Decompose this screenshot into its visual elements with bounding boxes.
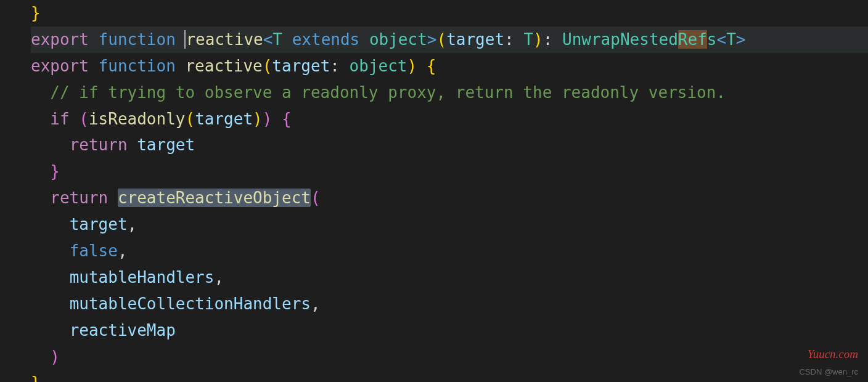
paren-close: ) <box>253 110 263 128</box>
watermark-author: CSDN @wen_rc <box>799 365 858 378</box>
type-object: object <box>350 57 407 75</box>
code-editor[interactable]: } export function reactive<T extends obj… <box>0 0 868 382</box>
code-line[interactable]: export function reactive(target: object)… <box>31 53 868 79</box>
var-target: target <box>195 110 253 128</box>
code-line[interactable]: } <box>31 0 868 26</box>
paren-close: ) <box>407 57 417 75</box>
comment: // if trying to observe a readonly proxy… <box>50 83 726 102</box>
arg-false: false <box>70 242 118 260</box>
paren-close: ) <box>263 110 272 128</box>
code-line[interactable]: ) <box>31 344 868 370</box>
comma: , <box>128 215 137 234</box>
var-target: target <box>137 136 195 154</box>
brace-open: { <box>427 57 436 75</box>
code-line[interactable]: mutableHandlers, <box>31 264 868 291</box>
arg-mutableCollectionHandlers: mutableCollectionHandlers <box>70 295 311 313</box>
keyword-export: export <box>31 57 89 75</box>
code-line[interactable]: return target <box>31 132 868 158</box>
paren-close: ) <box>50 347 60 366</box>
code-line[interactable]: return createReactiveObject( <box>31 185 868 211</box>
code-line[interactable]: reactiveMap <box>31 317 868 344</box>
comma: , <box>214 268 224 286</box>
keyword-function: function <box>99 57 176 75</box>
keyword-extends: extends <box>292 30 360 49</box>
keyword-function: function <box>99 30 176 49</box>
angle-open: < <box>263 30 273 49</box>
param-target: target <box>446 30 504 49</box>
paren-open: ( <box>185 110 195 128</box>
brace-close: } <box>50 162 60 181</box>
paren-open: ( <box>311 189 321 207</box>
keyword-return: return <box>70 136 128 154</box>
fn-createReactiveObject: createReactiveObject <box>118 189 311 207</box>
fn-isReadonly: isReadonly <box>89 110 186 128</box>
colon: : <box>543 30 553 49</box>
return-type: UnwrapNestedRefs <box>562 30 716 49</box>
comma: , <box>118 242 128 260</box>
brace-close: } <box>31 373 41 382</box>
brace-open: { <box>282 110 292 128</box>
angle-close: > <box>736 30 746 49</box>
code-line[interactable]: } <box>31 158 868 185</box>
comma: , <box>311 295 321 313</box>
function-name: reactive <box>185 57 262 75</box>
type-T: T <box>523 30 533 49</box>
type-param: T <box>272 30 282 49</box>
keyword-export: export <box>31 30 89 49</box>
function-name: reactive <box>186 30 263 49</box>
code-line[interactable]: export function reactive<T extends objec… <box>31 26 868 53</box>
code-line[interactable]: } <box>31 370 868 382</box>
paren-open: ( <box>263 57 272 75</box>
colon: : <box>504 30 514 49</box>
arg-mutableHandlers: mutableHandlers <box>70 268 215 286</box>
keyword-return: return <box>50 189 108 207</box>
type-T: T <box>726 30 736 49</box>
type-object: object <box>369 30 427 49</box>
paren-open: ( <box>436 30 446 49</box>
keyword-if: if <box>50 110 69 128</box>
code-line[interactable]: mutableCollectionHandlers, <box>31 291 868 317</box>
colon: : <box>330 57 340 75</box>
paren-close: ) <box>533 30 543 49</box>
code-line[interactable]: target, <box>31 211 868 238</box>
param-target: target <box>272 57 330 75</box>
arg-target: target <box>70 215 128 234</box>
code-line[interactable]: if (isReadonly(target)) { <box>31 106 868 132</box>
paren-open: ( <box>79 110 89 128</box>
code-line[interactable]: false, <box>31 238 868 264</box>
closing-brace: } <box>31 4 41 22</box>
watermark-site: Yuucn.com <box>808 344 858 364</box>
angle-open: < <box>716 30 726 49</box>
angle-close: > <box>427 30 437 49</box>
code-line[interactable]: // if trying to observe a readonly proxy… <box>31 79 868 106</box>
arg-reactiveMap: reactiveMap <box>70 321 176 339</box>
